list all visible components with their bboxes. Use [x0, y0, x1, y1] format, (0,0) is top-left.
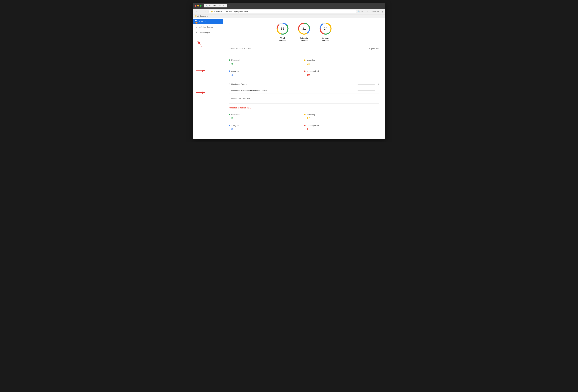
lock-icon: 🔒 [211, 10, 213, 12]
first-party-donut: 31 [298, 22, 311, 35]
frames-row-1: Number of Frames 3 [229, 81, 379, 87]
third-party-donut: 24 [319, 22, 332, 35]
uncategorized-dot [304, 71, 305, 72]
ci-uncategorized-header: Uncategorized [304, 124, 379, 127]
total-cookies-donut: 55 [276, 22, 289, 35]
analytics-dot [229, 71, 230, 72]
ci-uncategorized: Uncategorized 1 [304, 122, 379, 133]
sidebar-item-cookies[interactable]: ▶ 🍪 Cookies [193, 19, 223, 24]
arrow-right-1-indicator [195, 69, 207, 73]
ci-uncategorized-value: 1 [304, 127, 379, 131]
ci-marketing-value: 17 [304, 117, 379, 120]
analytics-label: Analytics [231, 70, 239, 72]
sidebar-item-affected-cookies[interactable]: ○ Affected Cookies [193, 24, 223, 30]
uncategorized-header: Uncategorized [304, 70, 379, 72]
bookmarks-folder-icon: 📁 [195, 15, 197, 17]
frames-row-2: Number of Frames with Associated Cookies… [229, 87, 379, 94]
stat-total-cookies: 55 Totalcookies [276, 22, 289, 42]
maximize-button[interactable] [200, 5, 201, 7]
bookmark-icon[interactable]: ☆ [361, 10, 363, 13]
analytics-header: Analytics [229, 70, 298, 72]
sidebar-item-cookies-label: Cookies [199, 20, 206, 23]
frames-value-2: 3 [377, 89, 379, 92]
ci-marketing-header: Marketing [304, 114, 379, 116]
stat-third-party-cookies: 24 3rd partycookies [319, 22, 332, 42]
first-party-value: 31 [302, 27, 306, 31]
app-layout: ▶ 🍪 Cookies ○ Affected Cookies ⚙ Technol… [193, 18, 385, 139]
forward-button[interactable]: › [199, 10, 203, 13]
reload-button[interactable]: ↻ [204, 10, 207, 13]
expand-view-button[interactable]: Expand View [369, 48, 379, 50]
ci-functional: Functional 3 [229, 111, 304, 122]
traffic-lights [195, 5, 201, 7]
functional-dot [229, 59, 230, 61]
ci-analytics-value: 0 [229, 127, 298, 131]
sidebar-item-technologies[interactable]: ⚙ Technologies [193, 30, 223, 35]
ci-analytics-header: Analytics [229, 124, 298, 127]
new-tab-button[interactable]: + [227, 4, 231, 7]
sidebar-item-affected-cookies-label: Affected Cookies [199, 26, 213, 28]
frames-text-2: Number of Frames with Associated Cookies [231, 89, 267, 92]
frames-bar-container-1: 3 [358, 83, 379, 85]
sidebar: ▶ 🍪 Cookies ○ Affected Cookies ⚙ Technol… [193, 18, 223, 139]
arrow-up-indicator [195, 39, 204, 48]
tab-title: CLI Dashboard [209, 5, 221, 7]
browser-toolbar: ‹ › ↻ 🔒 localhost:9000/?dir=nationalgeog… [193, 9, 385, 14]
share-icon[interactable]: ⬆ [364, 10, 366, 13]
frames-text-1: Number of Frames [231, 83, 247, 85]
svg-line-1 [197, 41, 202, 47]
uncategorized-value: 19 [304, 73, 379, 76]
frames-label-1: Number of Frames [229, 83, 358, 85]
classification-uncategorized: Uncategorized 19 [304, 68, 379, 79]
minimize-button[interactable] [197, 5, 199, 7]
classification-grid: Functional 5 Marketing 28 Anal [229, 57, 379, 79]
frames-dot-1 [229, 83, 230, 85]
analytics-value: 3 [229, 73, 298, 76]
first-party-label: 1st partycookies [300, 37, 308, 42]
marketing-value: 28 [304, 62, 379, 65]
comparative-insights-section: COMPARATIVE INSIGHTS Affected Cookies : … [229, 98, 379, 133]
sidebar-icon[interactable]: ⊡ [367, 10, 368, 13]
ci-functional-value: 3 [229, 117, 298, 120]
comparative-grid: Functional 3 Marketing 17 [229, 111, 379, 133]
ci-analytics: Analytics 0 [229, 122, 304, 133]
ci-marketing-dot [304, 114, 305, 115]
address-bar[interactable]: 🔒 localhost:9000/?dir=nationalgeographic… [208, 10, 357, 13]
frames-bar-2 [358, 90, 375, 91]
zoom-icon[interactable]: 🔍 [358, 10, 360, 13]
close-button[interactable] [195, 5, 196, 7]
arrow-right-2-indicator [195, 90, 207, 95]
cookie-classification-title: COOKIE CLASSIFICATION [229, 48, 251, 50]
ci-uncategorized-dot [304, 125, 305, 126]
ci-marketing: Marketing 17 [304, 111, 379, 122]
frames-value-1: 3 [377, 83, 379, 85]
total-cookies-value: 55 [281, 27, 284, 31]
functional-label: Functional [231, 59, 240, 61]
ci-functional-label: Functional [231, 114, 240, 116]
active-tab[interactable]: 🔧 CLI Dashboard ✕ [204, 4, 227, 7]
marketing-label: Marketing [307, 59, 315, 61]
ci-analytics-dot [229, 125, 230, 126]
tab-close-icon[interactable]: ✕ [222, 5, 224, 7]
stats-row: 55 Totalcookies 31 [229, 21, 379, 42]
stat-first-party-cookies: 31 1st partycookies [298, 22, 311, 42]
ci-analytics-label: Analytics [231, 124, 239, 127]
functional-header: Functional [229, 59, 298, 61]
functional-value: 5 [229, 62, 298, 65]
technologies-icon: ⚙ [195, 31, 198, 34]
cookie-classification-header: COOKIE CLASSIFICATION Expand View [229, 48, 379, 51]
marketing-dot [304, 59, 305, 61]
ci-marketing-label: Marketing [307, 114, 315, 116]
comparative-header: COMPARATIVE INSIGHTS [229, 98, 379, 101]
ci-uncategorized-label: Uncategorized [307, 124, 319, 127]
menu-icon[interactable]: ⋮ [382, 10, 383, 13]
frames-dot-2 [229, 90, 230, 91]
cookies-icon: ▶ 🍪 [195, 20, 198, 23]
back-button[interactable]: ‹ [195, 10, 198, 13]
total-cookies-label: Totalcookies [279, 37, 286, 42]
uncategorized-label: Uncategorized [307, 70, 319, 72]
frames-bar-1 [358, 84, 375, 85]
url-text: localhost:9000/?dir=nationalgeographic-c… [214, 10, 248, 12]
ci-functional-dot [229, 114, 230, 115]
affected-cookies-count: Affected Cookies : 21 [229, 107, 379, 109]
